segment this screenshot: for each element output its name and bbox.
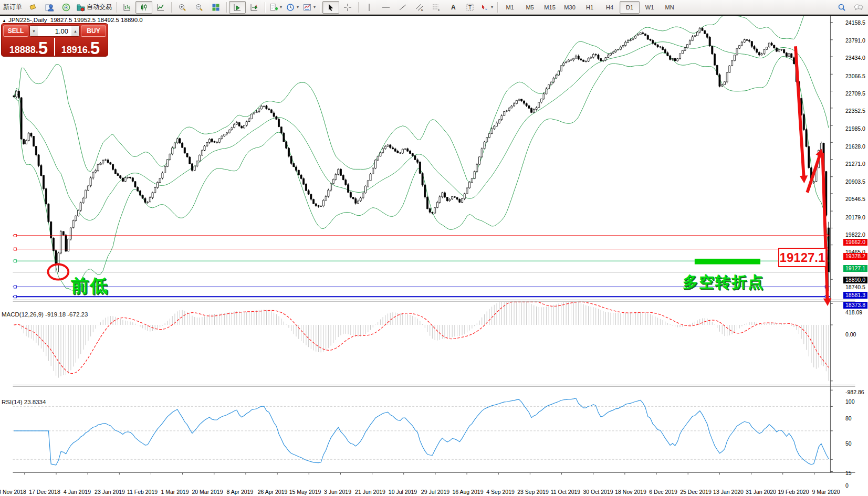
macd-axis-label: 418.09 (845, 309, 862, 315)
sonar-icon (62, 3, 70, 12)
timeframe-h1-button[interactable]: H1 (580, 1, 600, 14)
timeframe-m30-button[interactable]: M30 (560, 1, 580, 14)
line-chart-mode-button[interactable] (152, 1, 169, 14)
add-indicator-icon (269, 3, 278, 12)
zoom-in-button[interactable] (174, 1, 191, 14)
timeframe-w1-button[interactable]: W1 (640, 1, 660, 14)
auto-trading-button[interactable]: 自动交易 (75, 1, 114, 14)
window-separator[interactable] (13, 385, 855, 386)
dropdown-caret-icon: ▾ (491, 5, 493, 9)
label-tool-button[interactable]: T (462, 1, 478, 14)
cursor-icon (327, 3, 335, 12)
volume-input[interactable] (38, 25, 71, 37)
vertical-line-tool-button[interactable] (361, 1, 378, 14)
rsi-indicator-label: RSI(14) 23.8334 (2, 399, 46, 405)
price-axis-label: 18740.5 (845, 284, 865, 290)
timeframe-m1-button[interactable]: M1 (500, 1, 520, 14)
volume-decrease-button[interactable]: ▼ (30, 26, 38, 36)
toolbar-separator (320, 2, 320, 13)
fibonacci-icon: F (432, 3, 441, 12)
toolbar-separator (226, 2, 227, 13)
crosshair-tool-button[interactable] (339, 1, 356, 14)
turning-point-annotation[interactable]: 多空转折点 (683, 272, 764, 293)
price-line-badge: 19662.0 (843, 239, 867, 246)
price-chart-canvas[interactable] (0, 16, 868, 496)
candlestick-icon (140, 3, 148, 12)
toolbar-separator (358, 2, 359, 13)
chart-shift-button[interactable] (246, 1, 263, 14)
add-indicator-button[interactable]: ▾ (267, 1, 284, 14)
auto-scroll-button[interactable] (229, 1, 246, 14)
gold-tag-icon (28, 3, 37, 12)
toolbar-separator (171, 2, 172, 13)
toolbar-separator (497, 2, 498, 13)
chat-button[interactable] (850, 1, 867, 14)
sell-button[interactable]: SELL (3, 25, 28, 37)
price-axis-label: 23791.0 (845, 37, 865, 44)
horizontal-line-19662.0[interactable] (13, 234, 830, 237)
quotes-button[interactable] (24, 1, 41, 14)
price-axis-label: 19822.0 (845, 231, 865, 238)
timeframe-m5-button[interactable]: M5 (520, 1, 540, 14)
rsi-axis-label: 80 (845, 415, 852, 421)
window-separator[interactable] (13, 300, 855, 301)
trendline-tool-button[interactable] (394, 1, 411, 14)
price-axis-label: 23434.0 (845, 55, 865, 61)
template-button[interactable]: ▾ (301, 1, 318, 14)
price-axis-label: 22352.5 (845, 108, 865, 114)
new-order-button[interactable]: 新订单 (1, 1, 24, 14)
auto-trading-label: 自动交易 (87, 3, 112, 12)
volume-increase-button[interactable]: ▲ (71, 26, 79, 36)
search-icon (838, 3, 846, 12)
green-highlight-bar[interactable] (695, 259, 760, 265)
main-toolbar: 新订单 自动交易 ▾ ▾ (0, 0, 868, 15)
volume-control: ▼ ▲ (29, 25, 80, 37)
channel-tool-button[interactable]: E (411, 1, 428, 14)
buy-price-display[interactable]: 18916.5 (55, 37, 106, 57)
timeframe-mn-button[interactable]: MN (660, 1, 679, 14)
cursor-tool-button[interactable] (322, 1, 339, 14)
prev-low-annotation[interactable]: 前低 (71, 274, 109, 298)
horizontal-line-19378.2[interactable] (13, 248, 830, 250)
chart-symbol-header: ▲JPN225-,Daily 19827.5 19952.5 18492.5 1… (2, 17, 143, 23)
price-axis-label: 23066.5 (845, 73, 865, 79)
one-click-trading-panel: SELL ▼ ▲ BUY 18888.5 18916.5 (1, 23, 108, 57)
timeframe-h4-button[interactable]: H4 (600, 1, 620, 14)
zoom-out-button[interactable] (191, 1, 207, 14)
search-button[interactable] (833, 1, 850, 14)
svg-text:T: T (468, 5, 472, 10)
chart-template-icon (303, 3, 311, 12)
dropdown-caret-icon: ▾ (313, 5, 316, 9)
tile-windows-button[interactable] (207, 1, 224, 14)
price-axis-label: 21985.0 (845, 125, 865, 132)
sell-price-display[interactable]: 18888.5 (3, 37, 54, 57)
horizontal-line-18373.8[interactable] (13, 296, 830, 298)
horizontal-line-tool-button[interactable] (378, 1, 394, 14)
period-button[interactable]: ▾ (284, 1, 301, 14)
text-tool-button[interactable]: A (445, 1, 462, 14)
equidistant-channel-icon: E (415, 3, 424, 12)
bar-chart-icon (123, 3, 131, 12)
dropdown-caret-icon: ▾ (280, 5, 282, 9)
chart-window: ▲JPN225-,Daily 19827.5 19952.5 18492.5 1… (0, 15, 868, 496)
timeframe-d1-button[interactable]: D1 (620, 1, 640, 14)
macd-histogram (14, 302, 829, 381)
fibonacci-tool-button[interactable]: F (428, 1, 445, 14)
auto-scroll-icon (233, 3, 242, 12)
buy-button[interactable]: BUY (81, 25, 106, 37)
text-icon: A (449, 3, 457, 12)
macd-indicator-label: MACD(12,26,9) -919.18 -672.23 (2, 311, 88, 318)
signals-button[interactable] (58, 1, 75, 14)
bar-chart-mode-button[interactable] (119, 1, 135, 14)
timeframe-m15-button[interactable]: M15 (540, 1, 560, 14)
svg-text:A: A (451, 4, 456, 11)
horizontal-line-icon (382, 3, 390, 12)
price-line-badge: 18373.8 (843, 302, 867, 309)
market-watch-button[interactable] (41, 1, 58, 14)
arrows-tool-button[interactable]: ▾ (478, 1, 495, 14)
zoom-in-icon (178, 3, 186, 12)
person-chart-icon (45, 3, 54, 12)
zoom-out-icon (195, 3, 203, 12)
candlestick-mode-button[interactable] (135, 1, 152, 14)
price-tag-annotation[interactable]: 19127.1 (778, 248, 827, 267)
